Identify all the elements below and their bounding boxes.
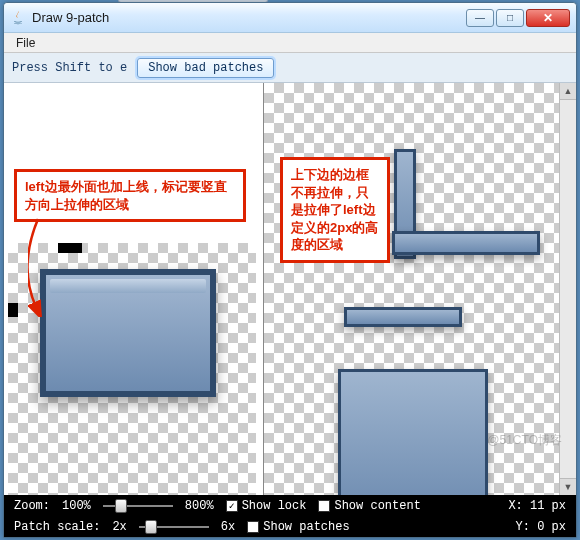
- status-row-2: Patch scale: 2x 6x Show patches Y: 0 px: [4, 516, 576, 537]
- menubar: File: [4, 33, 576, 53]
- application-window: Draw 9-patch — □ ✕ File Press Shift to e…: [3, 2, 577, 538]
- titlebar[interactable]: Draw 9-patch — □ ✕: [4, 3, 576, 33]
- shift-hint: Press Shift to e: [12, 61, 127, 75]
- preview-square: [338, 369, 488, 495]
- patch-scale-slider[interactable]: [139, 520, 209, 534]
- window-controls: — □ ✕: [466, 9, 570, 27]
- annotation-right: 上下边的边框不再拉伸，只是拉伸了left边定义的2px的高度的区域: [280, 157, 390, 263]
- zoom-min: 100%: [62, 499, 91, 513]
- scroll-up-icon[interactable]: ▲: [560, 83, 576, 100]
- statusbar: Zoom: 100% 800% ✓Show lock Show content …: [4, 495, 576, 537]
- close-button[interactable]: ✕: [526, 9, 570, 27]
- show-patches-label: Show patches: [263, 520, 349, 534]
- toolbar: Press Shift to e Show bad patches: [4, 53, 576, 83]
- preview-wide-1: [392, 231, 540, 255]
- annotation-left: left边最外面也加上线，标记要竖直方向上拉伸的区域: [14, 169, 246, 222]
- menu-file[interactable]: File: [10, 34, 41, 52]
- show-content-checkbox[interactable]: Show content: [318, 499, 420, 513]
- cursor-y: Y: 0 px: [516, 520, 566, 534]
- cursor-x: X: 11 px: [508, 499, 566, 513]
- patch-min: 2x: [112, 520, 126, 534]
- java-app-icon: [10, 10, 26, 26]
- workarea: ▲ ▼ left边最外面也加上线，标记要竖直方向上拉伸的区域 上下边的边框不再拉…: [4, 83, 576, 495]
- editor-pane[interactable]: [4, 83, 264, 495]
- show-patches-checkbox[interactable]: Show patches: [247, 520, 349, 534]
- patch-max: 6x: [221, 520, 235, 534]
- maximize-button[interactable]: □: [496, 9, 524, 27]
- show-lock-label: Show lock: [242, 499, 307, 513]
- zoom-label: Zoom:: [14, 499, 50, 513]
- show-bad-patches-button[interactable]: Show bad patches: [137, 58, 274, 78]
- show-content-label: Show content: [334, 499, 420, 513]
- minimize-button[interactable]: —: [466, 9, 494, 27]
- left-stretch-marker[interactable]: [8, 303, 18, 317]
- nine-patch-source[interactable]: [40, 269, 216, 397]
- scroll-down-icon[interactable]: ▼: [560, 478, 576, 495]
- zoom-slider[interactable]: [103, 499, 173, 513]
- show-lock-checkbox[interactable]: ✓Show lock: [226, 499, 307, 513]
- window-title: Draw 9-patch: [32, 10, 466, 25]
- top-stretch-marker[interactable]: [58, 243, 82, 253]
- preview-wide-2: [344, 307, 462, 327]
- status-row-1: Zoom: 100% 800% ✓Show lock Show content …: [4, 495, 576, 516]
- patch-scale-label: Patch scale:: [14, 520, 100, 534]
- zoom-max: 800%: [185, 499, 214, 513]
- watermark: @51CTO博客: [487, 432, 562, 449]
